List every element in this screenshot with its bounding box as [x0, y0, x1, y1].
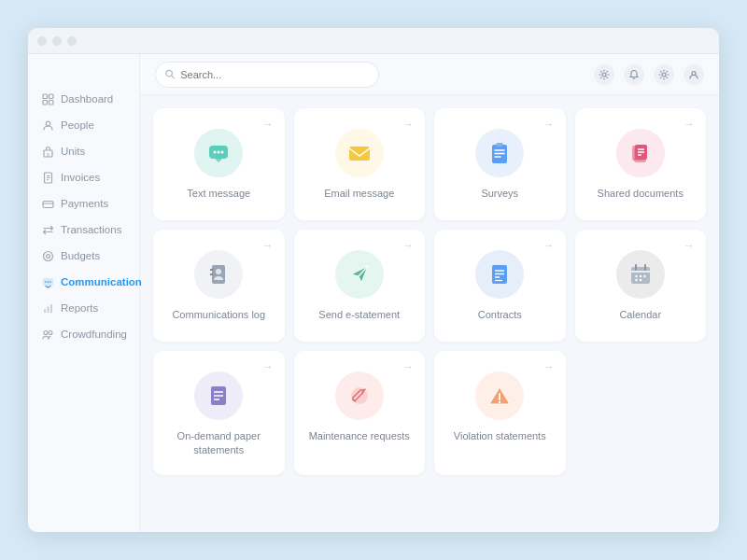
svg-point-59: [635, 275, 637, 277]
svg-rect-19: [44, 309, 46, 313]
bell-icon[interactable]: [624, 64, 644, 85]
main-area: Dashboard People Units Invoices Payments…: [28, 54, 719, 532]
card-email-message[interactable]: →Email message: [294, 108, 426, 220]
clipboard-icon-wrap: [475, 129, 524, 177]
chat-icon: [41, 275, 54, 288]
sidebar-item-people[interactable]: People: [28, 112, 139, 138]
user-icon[interactable]: [684, 64, 704, 85]
card-contracts[interactable]: →Contracts: [434, 230, 566, 342]
sidebar-item-invoices[interactable]: Invoices: [28, 164, 139, 190]
gear-icon[interactable]: [594, 64, 614, 85]
home-icon: [41, 92, 54, 105]
sidebar-item-label: Units: [61, 146, 85, 157]
sidebar-item-label: Crowdfunding: [61, 329, 127, 340]
building-icon: [41, 145, 54, 158]
svg-rect-21: [50, 304, 52, 313]
envelope-icon-wrap: [335, 129, 384, 177]
card-communications-log[interactable]: →Communications log: [153, 230, 285, 342]
card-violation-statements[interactable]: →Violation statements: [434, 351, 566, 475]
card-on-demand-paper[interactable]: →On-demand paper statements: [153, 351, 285, 475]
card-calendar[interactable]: →Calendar: [575, 230, 707, 342]
app-window: Dashboard People Units Invoices Payments…: [28, 28, 719, 532]
search-input[interactable]: [180, 69, 369, 80]
card-communications-log-label: Communications log: [172, 308, 265, 322]
group-icon: [41, 328, 54, 341]
sidebar-item-label: Transactions: [61, 224, 121, 235]
sidebar-item-crowdfunding[interactable]: Crowdfunding: [28, 321, 139, 347]
search-box[interactable]: [155, 62, 379, 88]
document-stack-icon-wrap: [616, 129, 665, 177]
sidebar-item-label: Reports: [61, 302, 98, 314]
card-calendar-arrow: →: [684, 239, 695, 252]
svg-point-46: [216, 269, 221, 274]
svg-rect-33: [349, 147, 370, 161]
card-surveys-arrow: →: [543, 118, 555, 131]
card-surveys[interactable]: →Surveys: [434, 108, 566, 220]
sidebar-item-budgets[interactable]: Budgets: [28, 243, 139, 269]
card-text-message[interactable]: →Text message: [153, 108, 285, 220]
titlebar-dot-3: [67, 36, 77, 46]
sidebar-item-communication[interactable]: Communication: [28, 269, 139, 295]
svg-rect-0: [43, 94, 48, 99]
paper-plane-icon-wrap: [335, 250, 384, 299]
svg-point-70: [499, 401, 500, 403]
wrench-icon-wrap: [335, 371, 384, 420]
card-shared-documents[interactable]: →Shared documents: [575, 108, 707, 220]
paper-doc-icon-wrap: [194, 371, 243, 420]
sidebar-item-transactions[interactable]: Transactions: [28, 217, 139, 243]
credit-card-icon: [41, 197, 54, 210]
card-text-message-arrow: →: [262, 118, 274, 131]
svg-rect-11: [43, 201, 53, 207]
sidebar-item-label: Dashboard: [61, 93, 113, 105]
chat-bubble-icon-wrap: [194, 129, 243, 177]
svg-point-60: [640, 275, 641, 277]
sidebar-item-reports[interactable]: Reports: [28, 295, 139, 321]
card-communications-log-arrow: →: [262, 239, 274, 252]
svg-point-27: [662, 73, 666, 77]
card-maintenance-requests-arrow: →: [402, 360, 414, 373]
card-on-demand-paper-arrow: →: [262, 360, 274, 373]
svg-rect-48: [210, 273, 213, 275]
card-text-message-label: Text message: [187, 187, 250, 201]
sidebar-item-units[interactable]: Units: [28, 138, 139, 164]
titlebar: [28, 28, 719, 54]
svg-point-23: [49, 330, 52, 334]
svg-rect-35: [496, 143, 503, 147]
sidebar-item-payments[interactable]: Payments: [28, 190, 139, 217]
bar-chart-icon: [41, 301, 54, 315]
card-shared-documents-label: Shared documents: [598, 187, 684, 201]
svg-rect-2: [43, 100, 48, 105]
arrows-icon: [41, 223, 54, 236]
topbar-icons: [594, 64, 704, 85]
search-icon: [165, 69, 175, 79]
address-book-icon-wrap: [194, 250, 243, 299]
card-maintenance-requests[interactable]: →Maintenance requests: [294, 351, 426, 475]
svg-rect-1: [49, 94, 53, 99]
settings-icon[interactable]: [654, 64, 674, 85]
card-email-message-label: Email message: [324, 187, 394, 201]
circle-icon: [41, 249, 54, 262]
calendar-icon-wrap: [616, 250, 665, 299]
svg-point-22: [44, 330, 48, 334]
card-email-message-arrow: →: [402, 118, 414, 131]
card-contracts-arrow: →: [543, 239, 555, 252]
sidebar-item-label: Invoices: [61, 172, 100, 183]
sidebar-item-label: People: [61, 119, 94, 131]
card-send-estatement[interactable]: →Send e-statement: [294, 230, 426, 342]
svg-point-32: [221, 151, 224, 154]
card-shared-documents-arrow: →: [684, 118, 695, 131]
sidebar-item-dashboard[interactable]: Dashboard: [28, 86, 139, 112]
svg-rect-20: [47, 306, 49, 313]
svg-point-4: [46, 121, 50, 126]
titlebar-dot-2: [52, 36, 62, 46]
warning-icon-wrap: [475, 371, 524, 420]
svg-rect-47: [210, 269, 213, 271]
card-violation-statements-arrow: →: [543, 360, 555, 373]
svg-point-24: [166, 70, 172, 76]
card-send-estatement-arrow: →: [402, 239, 414, 252]
svg-line-25: [172, 76, 174, 77]
svg-rect-3: [49, 100, 53, 105]
sidebar-item-label: Communication: [61, 276, 142, 287]
card-calendar-label: Calendar: [619, 308, 661, 322]
svg-point-63: [640, 279, 641, 281]
